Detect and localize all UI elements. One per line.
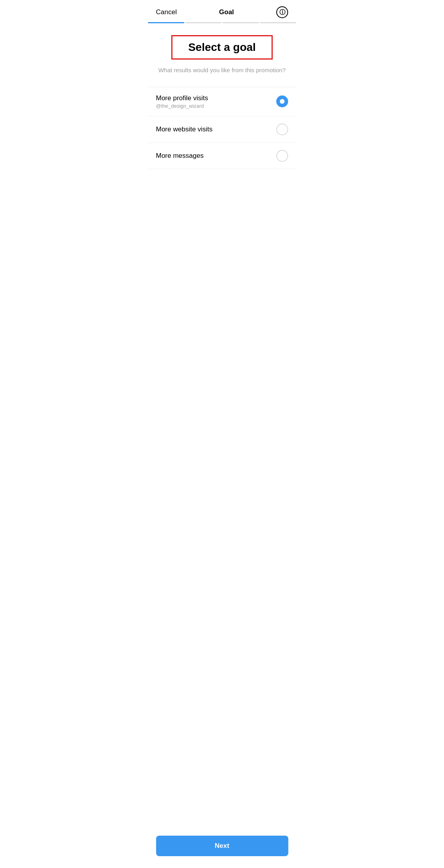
select-goal-title: Select a goal — [188, 41, 256, 53]
goal-options-list: More profile visits @the_design_wizard M… — [148, 87, 296, 169]
radio-profile-visits[interactable] — [276, 95, 288, 107]
select-goal-box: Select a goal — [171, 35, 273, 60]
option-label-group-website: More website visits — [156, 125, 213, 133]
progress-bar — [148, 18, 296, 23]
info-button[interactable]: ⓘ — [276, 6, 288, 18]
page-title: Goal — [219, 8, 234, 16]
option-label-website-visits: More website visits — [156, 125, 213, 133]
radio-messages[interactable] — [276, 150, 288, 162]
progress-segment-4 — [260, 22, 296, 23]
progress-segment-3 — [223, 22, 259, 23]
option-sublabel-profile-visits: @the_design_wizard — [156, 103, 208, 109]
cancel-button[interactable]: Cancel — [156, 8, 177, 16]
option-more-profile-visits[interactable]: More profile visits @the_design_wizard — [148, 87, 296, 116]
option-label-group-profile: More profile visits @the_design_wizard — [156, 94, 208, 109]
option-more-website-visits[interactable]: More website visits — [148, 116, 296, 143]
progress-segment-1 — [148, 22, 184, 23]
option-more-messages[interactable]: More messages — [148, 143, 296, 169]
header: Cancel Goal ⓘ — [148, 0, 296, 18]
progress-segment-2 — [185, 22, 222, 23]
option-label-messages: More messages — [156, 152, 204, 160]
main-content: Select a goal What results would you lik… — [148, 23, 296, 75]
radio-inner-profile-visits — [280, 99, 285, 104]
radio-website-visits[interactable] — [276, 123, 288, 135]
subtitle-text: What results would you like from this pr… — [156, 66, 288, 75]
option-label-group-messages: More messages — [156, 152, 204, 160]
option-label-profile-visits: More profile visits — [156, 94, 208, 102]
